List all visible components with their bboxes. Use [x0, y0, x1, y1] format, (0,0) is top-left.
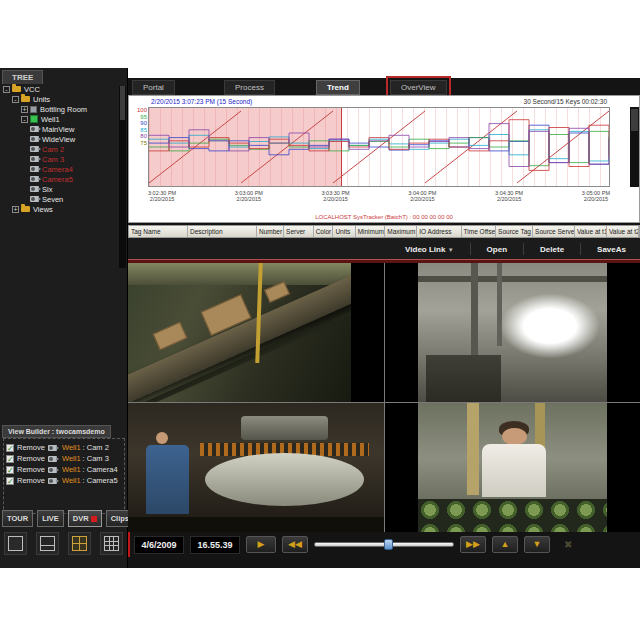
video-link-dropdown[interactable]: Video Link ▼	[399, 242, 460, 257]
tree-item-label: MainView	[42, 125, 74, 134]
dvr-button[interactable]: DVR	[68, 510, 102, 527]
live-button[interactable]: LIVE	[37, 510, 64, 527]
view-builder-row[interactable]: ✓RemoveWell1: Camera4	[6, 464, 122, 475]
tree-item-camera5[interactable]: Camera5	[0, 174, 128, 184]
column-header-time-offset[interactable]: Time Offset	[462, 226, 497, 237]
tab-trend[interactable]: Trend	[316, 80, 360, 95]
layout-one-plus-strip-button[interactable]	[36, 532, 59, 555]
mode-button-label: TOUR	[7, 514, 28, 523]
tree-item-six[interactable]: Six	[0, 184, 128, 194]
camera-cell-cam2[interactable]	[128, 263, 384, 402]
layout-single-button[interactable]	[4, 532, 27, 555]
camera-icon	[30, 136, 39, 142]
camera-cell-camera5[interactable]	[385, 403, 640, 535]
play-button[interactable]: ▶	[246, 536, 276, 553]
view-builder-row[interactable]: ✓RemoveWell1: Camera5	[6, 475, 122, 486]
trend-status-text: LOCALHOST SysTracker (BatchT) : 00 00 00…	[129, 214, 639, 220]
column-header-value-at-t1[interactable]: Value at t1	[575, 226, 607, 237]
checkbox-checked-icon[interactable]: ✓	[6, 477, 14, 485]
column-header-units[interactable]: Units	[333, 226, 355, 237]
trend-chart-panel: 2/20/2015 3:07:23 PM (15 Second) 30 Seco…	[128, 95, 640, 223]
column-header-io-address[interactable]: IO Address	[417, 226, 461, 237]
column-header-server[interactable]: Server	[284, 226, 314, 237]
checkbox-checked-icon[interactable]: ✓	[6, 444, 14, 452]
tree-item-well1[interactable]: -Well1	[0, 114, 128, 124]
x-axis-tick: 3:04:00 PM2/20/2015	[408, 190, 436, 202]
mode-button-label: DVR	[73, 514, 89, 523]
column-header-value-at-t2[interactable]: Value at t2	[607, 226, 639, 237]
column-header-source-tag[interactable]: Source Tag	[496, 226, 533, 237]
layout-multi-grid-button[interactable]	[100, 532, 123, 555]
column-header-tag-name[interactable]: Tag Name	[129, 226, 188, 237]
tree-item-label: Camera4	[42, 165, 73, 174]
expander-icon[interactable]: -	[12, 96, 19, 103]
view-builder-row[interactable]: ✓RemoveWell1: Cam 2	[6, 442, 122, 453]
expander-icon[interactable]: -	[21, 116, 28, 123]
layout-one-plus-strip-icon	[40, 536, 55, 551]
tour-button[interactable]: TOUR	[2, 510, 33, 527]
checkbox-checked-icon[interactable]: ✓	[6, 466, 14, 474]
tree-item-wideview[interactable]: WideView	[0, 134, 128, 144]
tab-process[interactable]: Process	[224, 80, 275, 95]
tree-item-cam-2[interactable]: Cam 2	[0, 144, 128, 154]
folder-icon	[21, 96, 30, 102]
camera-icon	[48, 467, 57, 473]
tree-item-bottling-room[interactable]: +Bottling Room	[0, 104, 128, 114]
column-header-description[interactable]: Description	[188, 226, 257, 237]
column-header-number[interactable]: Number	[257, 226, 284, 237]
rewind-button[interactable]: ◀◀	[282, 536, 308, 553]
view-builder-row[interactable]: ✓RemoveWell1: Cam 3	[6, 453, 122, 464]
video-historian-window: TREE -VCC-Units+Bottling Room-Well1MainV…	[0, 68, 640, 568]
tree-item-label: Bottling Room	[40, 105, 87, 114]
tree-item-mainview[interactable]: MainView	[0, 124, 128, 134]
tree-item-views[interactable]: +Views	[0, 204, 128, 214]
expander-icon[interactable]: -	[3, 86, 10, 93]
tree-item-vcc[interactable]: -VCC	[0, 84, 128, 94]
speed-down-button[interactable]: ▼	[524, 536, 550, 553]
tree-item-units[interactable]: -Units	[0, 94, 128, 104]
open-button[interactable]: Open	[481, 242, 513, 257]
speed-up-button[interactable]: ▲	[492, 536, 518, 553]
trend-scrollbar-thumb[interactable]	[631, 109, 638, 131]
camera-icon	[30, 156, 39, 162]
column-header-maximum[interactable]: Maximum	[385, 226, 417, 237]
camera-cell-cam3[interactable]	[385, 263, 640, 402]
tree-tab[interactable]: TREE	[2, 70, 43, 84]
column-header-source-server[interactable]: Source Server	[533, 226, 575, 237]
tree-item-seven[interactable]: Seven	[0, 194, 128, 204]
layout-quad-button[interactable]	[68, 532, 91, 555]
tree-item-camera4[interactable]: Camera4	[0, 164, 128, 174]
camera-icon	[30, 186, 39, 192]
checkbox-checked-icon[interactable]: ✓	[6, 455, 14, 463]
saveas-button[interactable]: SaveAs	[591, 242, 632, 257]
tab-portal[interactable]: Portal	[132, 80, 175, 95]
video-grid	[128, 260, 640, 532]
trend-cursor-timestamp: 2/20/2015 3:07:23 PM (15 Second)	[151, 98, 252, 105]
camera-cell-camera4[interactable]	[128, 403, 384, 535]
seek-slider[interactable]	[314, 536, 454, 553]
view-builder-panel: View Builder : twocamsdemo ✓RemoveWell1:…	[0, 420, 128, 514]
remove-label: Remove	[17, 443, 45, 452]
tree-scrollbar-thumb[interactable]	[120, 86, 125, 120]
trend-plot-area[interactable]	[148, 107, 610, 187]
close-icon[interactable]: ✖	[564, 539, 572, 550]
fast-forward-button[interactable]: ▶▶	[460, 536, 486, 553]
tree-item-cam-3[interactable]: Cam 3	[0, 154, 128, 164]
camera-feed-inspection-station	[418, 403, 607, 535]
expander-icon[interactable]: +	[21, 106, 28, 113]
camera-feed-plant-room	[418, 263, 607, 402]
column-header-minimum[interactable]: Minimum	[356, 226, 386, 237]
tick-date: 2/20/2015	[495, 196, 523, 202]
seek-slider-thumb[interactable]	[384, 539, 393, 550]
camera-name: : Camera4	[83, 465, 118, 474]
layout-single-icon	[8, 536, 23, 551]
tab-overview[interactable]: OverView	[390, 80, 447, 95]
delete-button[interactable]: Delete	[534, 242, 570, 257]
unit-icon	[30, 115, 38, 123]
trend-series-lines	[149, 108, 609, 186]
unit-name: Well1	[62, 465, 81, 474]
tree-scrollbar[interactable]	[119, 86, 126, 268]
expander-icon[interactable]: +	[12, 206, 19, 213]
trend-scrollbar[interactable]	[630, 107, 639, 187]
column-header-color[interactable]: Color	[314, 226, 334, 237]
